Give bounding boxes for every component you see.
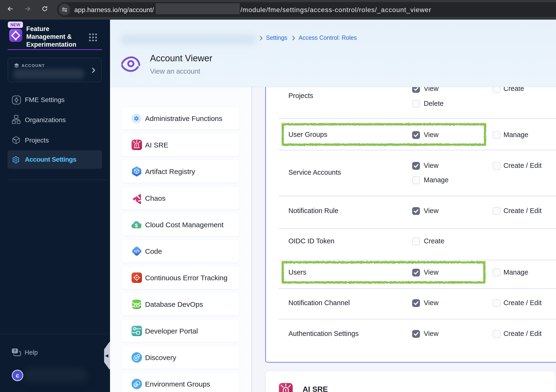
- svg-text:?: ?: [14, 349, 16, 353]
